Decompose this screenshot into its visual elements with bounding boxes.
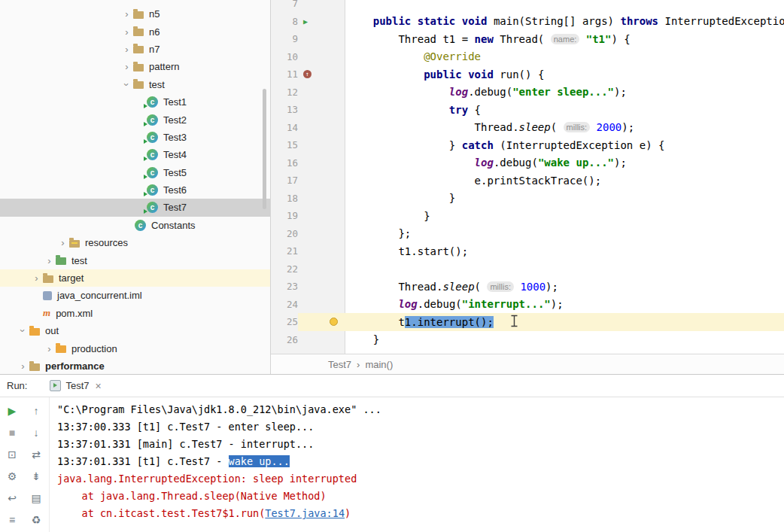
code-line-22[interactable]: 22 (271, 260, 784, 278)
chevron-right-icon[interactable]: › (17, 360, 29, 372)
intention-bulb-icon[interactable] (330, 318, 338, 326)
tree-item-test4[interactable]: ›cTest4 (0, 146, 270, 163)
line-number[interactable]: 14 (271, 122, 298, 133)
chevron-right-icon[interactable]: › (120, 44, 133, 55)
chevron-right-icon[interactable]: › (120, 8, 133, 20)
tree-item-n6[interactable]: ›n6 (0, 23, 270, 40)
code-line-19[interactable]: 19 } (271, 207, 784, 225)
chevron-right-icon[interactable]: › (56, 237, 69, 248)
line-number[interactable]: 7 (271, 0, 298, 9)
chevron-down-icon[interactable]: › (17, 324, 29, 337)
line-number[interactable]: 8 (271, 16, 298, 27)
breadcrumb-item-main-[interactable]: main() (365, 359, 393, 370)
line-number[interactable]: 13 (271, 104, 298, 115)
code-line-21[interactable]: 21 t1.start(); (271, 242, 784, 260)
console-output[interactable]: "C:\Program Files\Java\jdk1.8.0_212\bin\… (50, 397, 784, 532)
line-number[interactable]: 20 (271, 228, 298, 239)
next-stacktrace-icon[interactable]: ↓ (24, 421, 48, 443)
run-tab-test7[interactable]: Test7 × (45, 378, 105, 394)
tree-item-target[interactable]: ›target (0, 269, 270, 287)
tree-item-out[interactable]: ›out (0, 322, 270, 339)
print-icon[interactable]: ▤ (24, 487, 48, 509)
attach-icon[interactable]: ↩ (0, 487, 24, 509)
tree-item-java-concurrent-iml[interactable]: ›java_concurrent.iml (0, 287, 270, 304)
tree-item-test2[interactable]: ›cTest2 (0, 111, 270, 128)
tree-item-test6[interactable]: ›cTest6 (0, 181, 270, 199)
line-number[interactable]: 24 (271, 299, 298, 310)
line-number[interactable]: 21 (271, 245, 298, 257)
line-number[interactable]: 10 (271, 51, 298, 62)
stop-icon[interactable]: ■ (0, 421, 24, 443)
code-line-11[interactable]: 11↑ public void run() { (271, 65, 784, 84)
code-line-23[interactable]: 23 Thread.sleep( millis: 1000); (271, 278, 784, 296)
line-number[interactable]: 9 (271, 33, 298, 44)
scroll-to-end-icon[interactable]: ⇟ (24, 465, 48, 487)
tree-item-test1[interactable]: ›cTest1 (0, 93, 270, 111)
chevron-right-icon[interactable]: › (120, 61, 133, 72)
tree-item-test3[interactable]: ›cTest3 (0, 129, 270, 146)
line-number[interactable]: 18 (271, 193, 298, 204)
tree-item-test[interactable]: ›test (0, 251, 270, 269)
dump-threads-icon[interactable]: ⊡ (0, 443, 24, 465)
tree-item-production[interactable]: ›production (0, 339, 270, 357)
tree-item-performance[interactable]: ›performance (0, 357, 270, 374)
code-line-18[interactable]: 18 } (271, 190, 784, 208)
line-number[interactable]: 16 (271, 157, 298, 169)
tree-item-label: Constants (151, 220, 196, 231)
line-number[interactable]: 26 (271, 334, 298, 345)
tree-item-resources[interactable]: ›resources (0, 234, 270, 251)
code-line-14[interactable]: 14 Thread.sleep( millis: 2000); (271, 119, 784, 137)
soft-wrap-icon[interactable]: ⇄ (24, 443, 48, 465)
code-line-10[interactable]: 10 @Override (271, 48, 784, 66)
code-line-15[interactable]: 15 } catch (InterruptedException e) { (271, 136, 784, 154)
tree-item-n7[interactable]: ›n7 (0, 41, 270, 58)
line-number[interactable]: 25 (271, 316, 298, 327)
chevron-right-icon[interactable]: › (120, 26, 133, 38)
code-line-17[interactable]: 17 e.printStackTrace(); (271, 172, 784, 190)
chevron-right-icon[interactable]: › (30, 272, 43, 284)
code-area[interactable]: 78▶ public static void main(String[] arg… (271, 0, 784, 354)
tree-item-constants[interactable]: ›cConstants (0, 217, 270, 234)
line-number[interactable]: 15 (271, 139, 298, 150)
tree-item-pom-xml[interactable]: ›mpom.xml (0, 305, 270, 322)
stack-trace-link[interactable]: Test7.java:14 (265, 507, 345, 519)
code-line-20[interactable]: 20 }; (271, 225, 784, 243)
chevron-right-icon[interactable]: › (43, 255, 56, 266)
line-number[interactable]: 23 (271, 281, 298, 292)
line-number[interactable]: 19 (271, 210, 298, 221)
line-number[interactable]: 11 (271, 68, 298, 80)
code-line-9[interactable]: 9 Thread t1 = new Thread( name: "t1") { (271, 30, 784, 48)
prev-stacktrace-icon[interactable]: ↑ (24, 400, 48, 421)
code-line-25[interactable]: 25 t1.interrupt(); (271, 313, 784, 331)
tree-item-n5[interactable]: ›n5 (0, 5, 270, 23)
code-line-8[interactable]: 8▶ public static void main(String[] args… (271, 13, 784, 31)
tree-item-test[interactable]: ›test (0, 76, 270, 93)
options-menu-icon[interactable]: ≡ (0, 509, 24, 530)
line-number[interactable]: 17 (271, 175, 298, 186)
rerun-icon[interactable]: ▶ (0, 400, 24, 421)
close-tab-icon[interactable]: × (96, 380, 102, 392)
console-toolbar: ▶■⊡⚙↩≡ ↑↓⇄⇟▤♻ (0, 397, 50, 532)
run-gutter-icon[interactable]: ▶ (303, 17, 308, 26)
line-number[interactable]: 22 (271, 263, 298, 275)
breadcrumb-item-test7[interactable]: Test7 (328, 359, 351, 370)
clear-console-icon[interactable]: ♻ (24, 509, 48, 530)
code-line-12[interactable]: 12 log.debug("enter sleep..."); (271, 84, 784, 102)
tree-item-test7[interactable]: ›cTest7 (0, 199, 270, 216)
tree-scrollbar[interactable] (263, 89, 266, 209)
code-line-24[interactable]: 24 log.debug("interrupt..."); (271, 296, 784, 314)
code-line-16[interactable]: 16 log.debug("wake up..."); (271, 154, 784, 172)
line-number[interactable]: 12 (271, 87, 298, 98)
code-line-26[interactable]: 26 } (271, 331, 784, 349)
settings-icon[interactable]: ⚙ (0, 465, 24, 487)
chevron-right-icon[interactable]: › (43, 343, 56, 354)
folder-res-icon (69, 240, 80, 248)
tree-item-test5[interactable]: ›cTest5 (0, 164, 270, 181)
overrides-method-icon[interactable]: ↑ (303, 70, 311, 78)
chevron-down-icon[interactable]: › (121, 78, 132, 91)
folder-icon (133, 29, 144, 36)
code-line-7[interactable]: 7 (271, 0, 784, 13)
code-line-13[interactable]: 13 try { (271, 101, 784, 119)
gutter-icon-slot (298, 30, 345, 48)
tree-item-pattern[interactable]: ›pattern (0, 58, 270, 75)
